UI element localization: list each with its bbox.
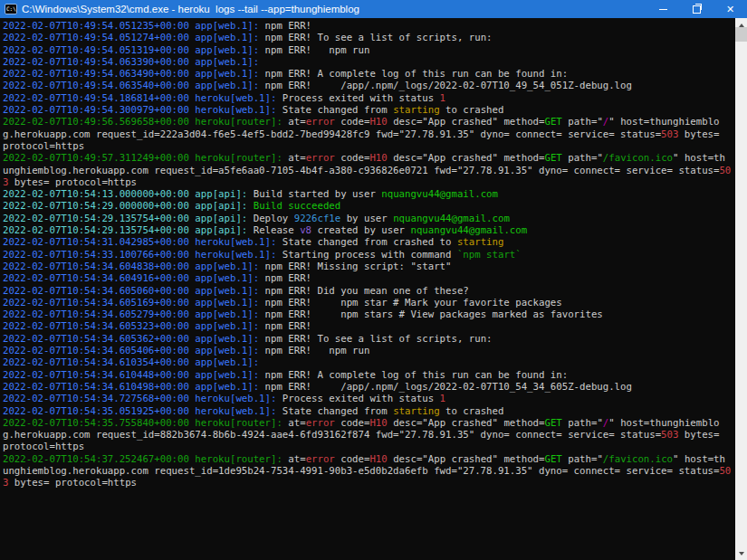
scroll-down-button[interactable] bbox=[735, 546, 747, 560]
log-line: 2022-02-07T10:49:54.300979+00:00 heroku[… bbox=[3, 104, 731, 116]
restore-icon bbox=[693, 5, 701, 14]
log-line: 2022-02-07T10:54:34.604916+00:00 app[web… bbox=[3, 272, 731, 284]
log-line: 2022-02-07T10:54:34.604838+00:00 app[web… bbox=[3, 261, 731, 272]
scrollbar-thumb[interactable] bbox=[735, 27, 747, 42]
minimize-icon bbox=[659, 9, 667, 10]
titlebar[interactable]: C:\ C:\Windows\System32\cmd.exe - heroku… bbox=[0, 0, 747, 18]
log-line: 2022-02-07T10:54:31.042985+00:00 heroku[… bbox=[3, 236, 731, 248]
log-line: 2022-02-07T10:49:54.063490+00:00 app[web… bbox=[3, 68, 731, 80]
log-line: 2022-02-07T10:49:54.063540+00:00 app[web… bbox=[3, 80, 731, 91]
window-controls: ✕ bbox=[646, 0, 747, 18]
log-line: 2022-02-07T10:54:34.610498+00:00 app[web… bbox=[3, 381, 731, 393]
log-line: 2022-02-07T10:54:34.610448+00:00 app[web… bbox=[3, 369, 731, 381]
log-line: 2022-02-07T10:49:56.569658+00:00 heroku[… bbox=[3, 116, 731, 152]
cmd-icon[interactable]: C:\ bbox=[5, 4, 17, 14]
log-line: 2022-02-07T10:54:34.605323+00:00 app[web… bbox=[3, 320, 731, 332]
close-icon: ✕ bbox=[726, 5, 734, 14]
log-line: 2022-02-07T10:54:37.252467+00:00 heroku[… bbox=[3, 453, 731, 489]
scroll-down-icon bbox=[739, 552, 744, 555]
terminal-output: 2022-02-07T10:49:54.051235+00:00 app[web… bbox=[3, 20, 731, 489]
scroll-up-icon bbox=[739, 24, 744, 27]
log-line: 2022-02-07T10:54:29.135754+00:00 app[api… bbox=[3, 213, 731, 224]
log-line: 2022-02-07T10:54:34.605362+00:00 app[web… bbox=[3, 333, 731, 345]
minimize-button[interactable] bbox=[646, 0, 680, 18]
log-line: 2022-02-07T10:54:29.135754+00:00 app[api… bbox=[3, 224, 731, 236]
log-line: 2022-02-07T10:54:34.605060+00:00 app[web… bbox=[3, 285, 731, 297]
terminal-viewport: 2022-02-07T10:49:54.051235+00:00 app[web… bbox=[0, 18, 735, 560]
log-line: 2022-02-07T10:49:54.063390+00:00 app[web… bbox=[3, 56, 731, 68]
log-line: 2022-02-07T10:49:54.186814+00:00 heroku[… bbox=[3, 92, 731, 104]
log-line: 2022-02-07T10:49:57.311249+00:00 heroku[… bbox=[3, 152, 731, 188]
log-line: 2022-02-07T10:54:33.100766+00:00 heroku[… bbox=[3, 249, 731, 261]
vertical-scrollbar[interactable] bbox=[735, 18, 747, 560]
log-line: 2022-02-07T10:54:34.610354+00:00 app[web… bbox=[3, 356, 731, 368]
log-line: 2022-02-07T10:54:35.755840+00:00 heroku[… bbox=[3, 417, 731, 453]
log-line: 2022-02-07T10:54:29.000000+00:00 app[api… bbox=[3, 200, 731, 212]
log-line: 2022-02-07T10:54:34.727568+00:00 heroku[… bbox=[3, 393, 731, 404]
log-line: 2022-02-07T10:54:35.051925+00:00 heroku[… bbox=[3, 405, 731, 417]
cmd-window: C:\ C:\Windows\System32\cmd.exe - heroku… bbox=[0, 0, 747, 560]
log-line: 2022-02-07T10:54:34.605279+00:00 app[web… bbox=[3, 308, 731, 320]
log-line: 2022-02-07T10:54:34.605406+00:00 app[web… bbox=[3, 345, 731, 356]
log-line: 2022-02-07T10:54:13.000000+00:00 app[api… bbox=[3, 188, 731, 200]
log-line: 2022-02-07T10:49:54.051319+00:00 app[web… bbox=[3, 44, 731, 56]
close-button[interactable]: ✕ bbox=[713, 0, 747, 18]
log-line: 2022-02-07T10:49:54.051274+00:00 app[web… bbox=[3, 32, 731, 43]
window-title: C:\Windows\System32\cmd.exe - heroku log… bbox=[22, 0, 646, 18]
log-line: 2022-02-07T10:49:54.051235+00:00 app[web… bbox=[3, 20, 731, 32]
log-line: 2022-02-07T10:54:34.605169+00:00 app[web… bbox=[3, 297, 731, 308]
restore-button[interactable] bbox=[680, 0, 713, 18]
